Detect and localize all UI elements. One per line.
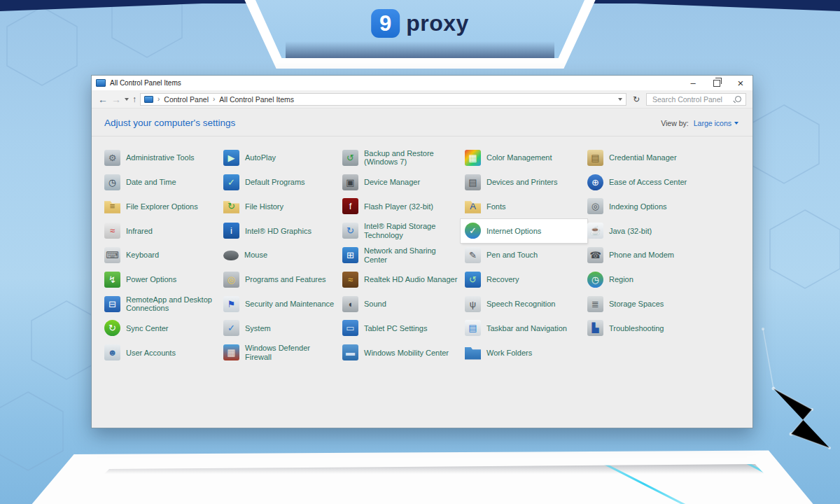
keyboard-icon: ⌨ [104, 247, 120, 263]
item-realtek-hd-audio-manager[interactable]: ≈Realtek HD Audio Manager [338, 267, 465, 291]
item-flash-player-32-bit[interactable]: fFlash Player (32-bit) [338, 195, 465, 218]
item-date-and-time[interactable]: ◷Date and Time [100, 170, 223, 194]
item-label: Security and Maintenance [245, 300, 334, 309]
up-button[interactable]: ↑ [132, 94, 136, 104]
item-taskbar-and-navigation[interactable]: ▤Taskbar and Navigation [461, 316, 587, 340]
breadcrumb-control-panel[interactable]: Control Panel [164, 95, 209, 104]
view-by-label: View by: [661, 119, 689, 127]
item-administrative-tools[interactable]: ⚙Administrative Tools [100, 146, 223, 169]
item-file-explorer-options[interactable]: ≡File Explorer Options [100, 195, 223, 218]
item-devices-and-printers[interactable]: ▤Devices and Printers [461, 170, 587, 194]
view-by-dropdown[interactable]: Large icons [694, 119, 738, 127]
item-programs-and-features[interactable]: ◎Programs and Features [219, 267, 342, 291]
forward-button[interactable]: → [111, 94, 121, 105]
close-button[interactable]: × [729, 76, 752, 90]
item-label: Programs and Features [245, 275, 326, 284]
item-label: Internet Options [486, 227, 541, 236]
item-default-programs[interactable]: ✓Default Programs [219, 170, 342, 194]
item-label: Default Programs [245, 178, 305, 187]
phone-and-modem-icon: ☎ [587, 247, 603, 263]
item-fonts[interactable]: AFonts [461, 195, 587, 218]
taskbar-and-navigation-icon: ▤ [465, 320, 481, 336]
item-label: Windows Defender Firewall [245, 344, 338, 361]
item-label: Fonts [486, 202, 506, 211]
ease-of-access-center-icon: ⊕ [587, 174, 603, 190]
window-title: All Control Panel Items [110, 79, 181, 87]
address-dropdown-icon[interactable] [618, 98, 622, 101]
item-work-folders[interactable]: Work Folders [461, 341, 587, 365]
title-bar: All Control Panel Items – × [92, 76, 752, 90]
item-sync-center[interactable]: ↻Sync Center [100, 316, 223, 340]
item-label: Network and Sharing Center [364, 246, 461, 264]
recent-pages-dropdown-icon[interactable] [125, 98, 129, 101]
windows-defender-firewall-icon: ▦ [223, 344, 239, 360]
item-phone-and-modem[interactable]: ☎Phone and Modem [583, 244, 743, 267]
item-indexing-options[interactable]: ◎Indexing Options [583, 195, 743, 218]
item-ease-of-access-center[interactable]: ⊕Ease of Access Center [583, 170, 743, 194]
breadcrumb-all-items[interactable]: All Control Panel Items [219, 95, 294, 104]
item-network-and-sharing-center[interactable]: ⊞Network and Sharing Center [338, 244, 465, 267]
item-intel-rapid-storage-technology[interactable]: ↻Intel® Rapid Storage Technology [338, 219, 465, 243]
item-pen-and-touch[interactable]: ✎Pen and Touch [461, 244, 587, 267]
address-bar[interactable]: › Control Panel › All Control Panel Item… [140, 93, 626, 106]
item-windows-defender-firewall[interactable]: ▦Windows Defender Firewall [219, 341, 342, 365]
item-recovery[interactable]: ↺Recovery [461, 267, 587, 291]
item-speech-recognition[interactable]: ψSpeech Recognition [461, 292, 587, 316]
mouse-icon [223, 251, 239, 260]
item-windows-mobility-center[interactable]: ▬Windows Mobility Center [338, 341, 465, 365]
minimize-button[interactable]: – [681, 76, 705, 90]
item-sound[interactable]: ◖Sound [338, 292, 465, 316]
backup-and-restore-windows-7-icon: ↺ [342, 150, 358, 166]
item-label: Troubleshooting [609, 324, 664, 333]
item-device-manager[interactable]: ▣Device Manager [338, 170, 465, 194]
item-mouse[interactable]: Mouse [219, 244, 342, 267]
back-button[interactable]: ← [98, 94, 108, 105]
item-color-management[interactable]: ▦Color Management [461, 146, 587, 169]
refresh-button[interactable]: ↻ [630, 94, 643, 104]
proxy-logo: 9 proxy [371, 9, 469, 38]
user-accounts-icon: ☻ [104, 344, 120, 360]
item-label: Credential Manager [609, 153, 677, 162]
item-credential-manager[interactable]: ▤Credential Manager [583, 146, 743, 169]
sync-center-icon: ↻ [104, 320, 120, 336]
proxy-logo-text: proxy [406, 10, 469, 36]
item-label: Administrative Tools [126, 153, 195, 162]
item-power-options[interactable]: ↯Power Options [100, 267, 223, 291]
restore-button[interactable] [705, 76, 729, 90]
fonts-icon: A [465, 198, 481, 214]
file-history-icon: ↻ [223, 198, 239, 214]
view-by-value: Large icons [694, 119, 732, 127]
item-label: System [245, 324, 271, 333]
item-autoplay[interactable]: ▶AutoPlay [219, 146, 342, 169]
device-manager-icon: ▣ [342, 174, 358, 190]
item-storage-spaces[interactable]: ≣Storage Spaces [583, 292, 743, 316]
item-internet-options[interactable]: ✓Internet Options [461, 219, 587, 243]
intel-hd-graphics-icon: i [223, 223, 239, 239]
search-input[interactable] [651, 94, 732, 104]
item-label: Power Options [126, 275, 176, 284]
item-remoteapp-and-desktop-connections[interactable]: ⊟RemoteApp and Desktop Connections [100, 292, 223, 316]
search-icon[interactable] [735, 96, 741, 102]
item-label: Work Folders [486, 349, 532, 358]
internet-options-icon: ✓ [465, 223, 481, 239]
item-troubleshooting[interactable]: ▙Troubleshooting [583, 316, 743, 340]
item-region[interactable]: ◷Region [583, 267, 743, 291]
autoplay-icon: ▶ [223, 150, 239, 166]
item-java-32-bit[interactable]: ☕Java (32-bit) [583, 219, 743, 243]
item-label: Storage Spaces [609, 300, 664, 309]
item-security-and-maintenance[interactable]: ⚑Security and Maintenance [219, 292, 342, 316]
security-and-maintenance-icon: ⚑ [223, 296, 239, 312]
item-system[interactable]: ✓System [219, 316, 342, 340]
power-options-icon: ↯ [104, 272, 120, 288]
item-label: File History [245, 202, 284, 211]
item-tablet-pc-settings[interactable]: ▭Tablet PC Settings [338, 316, 465, 340]
item-label: Taskbar and Navigation [486, 324, 567, 333]
item-file-history[interactable]: ↻File History [219, 195, 342, 218]
item-label: Date and Time [126, 178, 176, 187]
item-infrared[interactable]: ≈Infrared [100, 219, 223, 243]
item-backup-and-restore-windows-7[interactable]: ↺Backup and Restore (Windows 7) [338, 146, 465, 169]
item-keyboard[interactable]: ⌨Keyboard [100, 244, 223, 267]
navigation-toolbar: ← → ↑ › Control Panel › All Control Pane… [92, 90, 752, 108]
item-intel-hd-graphics[interactable]: iIntel® HD Graphics [219, 219, 342, 243]
item-user-accounts[interactable]: ☻User Accounts [100, 341, 223, 365]
